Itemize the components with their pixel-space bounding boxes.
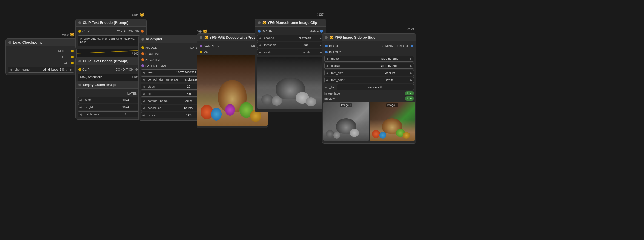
channel-control[interactable]: ◀ channel greyscale ▶ — [257, 35, 324, 41]
image-label-toggle[interactable]: true — [405, 91, 414, 95]
node-status-dot — [8, 41, 11, 44]
preview-toggle[interactable]: true — [405, 96, 414, 101]
port-latent-in: latent_image — [141, 64, 170, 67]
node-title-clip-negative: CLIP Text Encode (Prompt) — [83, 59, 128, 63]
batch-value: 1 — [113, 113, 139, 116]
combined-out-dot — [411, 45, 413, 47]
node-emoji: 🐱 — [70, 33, 74, 37]
port-vae-out: VAE — [63, 61, 74, 65]
cfg-left-arrow[interactable]: ◀ — [141, 92, 146, 95]
control-left-arrow[interactable]: ◀ — [141, 78, 146, 81]
port-image-in-mono: image — [258, 30, 272, 33]
font-size-left-arrow[interactable]: ◀ — [325, 72, 330, 75]
image-in-mono-dot — [258, 30, 261, 33]
field-row-threshold: ◀ threshold 200 ▶ — [255, 41, 326, 48]
field-row-sbs-mode: ◀ mode Side-by-Side ▶ — [322, 55, 416, 62]
node-load-checkpoint: #100 🐱 Load Checkpoint MODEL CLIP — [5, 38, 77, 75]
port-row-clip-in: clip CONDITIONING — [76, 28, 146, 34]
seed-left-arrow[interactable]: ◀ — [141, 71, 146, 74]
port-model-out: MODEL — [58, 49, 74, 53]
node-id-127: #127 — [317, 13, 324, 16]
image-out-mono-label: IMAGE — [308, 30, 319, 33]
node-id-129-label: #129 — [407, 28, 414, 31]
node-header-clip-positive: CLIP Text Encode (Prompt) — [76, 19, 146, 27]
latent-out-label: LATENT — [127, 92, 139, 95]
node-header-side-by-side: 🐱 YFG Image Side by Side — [322, 34, 416, 41]
sbs-mode-label: mode — [330, 57, 371, 60]
node-id-101: #101 🐱 — [132, 13, 144, 17]
ckpt-right-arrow[interactable]: ▶ — [69, 68, 74, 71]
image2-in-dot — [325, 51, 328, 53]
node-id-label: #100 — [62, 33, 69, 36]
node-id-103-label: #103 — [132, 76, 139, 79]
field-row-sbs-display: ◀ display Side-by-Side ▶ — [322, 62, 416, 69]
field-row-mode: ◀ mode truncate ▶ — [255, 48, 326, 56]
ckpt-left-arrow[interactable]: ◀ — [8, 68, 13, 71]
field-row-font-color: ◀ font_color White ▶ — [322, 76, 416, 84]
positive-in-dot — [141, 52, 144, 55]
port-image2-in: image2 — [325, 50, 341, 54]
width-value: 1024 — [113, 98, 139, 102]
latent-in-dot — [141, 64, 144, 67]
image-label-field-label: image_label — [324, 92, 340, 95]
font-file-control[interactable]: micross.ttf — [337, 84, 414, 90]
negative-in-dot — [141, 58, 144, 61]
channel-value: greyscale — [292, 36, 318, 39]
threshold-left-arrow[interactable]: ◀ — [257, 44, 262, 47]
node-body-side-by-side: image1 Combined Image image2 ◀ mode Sid — [322, 41, 416, 143]
height-control[interactable]: ◀ height 1024 ▶ — [78, 104, 144, 110]
vae-port-label: VAE — [63, 61, 70, 65]
ckpt-name-control[interactable]: ◀ ckpt_name sd_xl_base_1.0.safetensors ▶ — [8, 67, 74, 73]
port-row-model: MODEL — [6, 48, 76, 54]
node-body-load-checkpoint: MODEL CLIP VAE ◀ — [6, 46, 76, 75]
port-clip-in: clip — [78, 30, 90, 33]
clip-port-label: CLIP — [62, 55, 70, 59]
side-img-1-label: Image 1 — [340, 103, 352, 107]
sbs-display-left-arrow[interactable]: ◀ — [325, 64, 330, 67]
channel-left-arrow[interactable]: ◀ — [257, 36, 262, 39]
sbs-display-right-arrow[interactable]: ▶ — [409, 64, 414, 67]
positive-prompt-text[interactable]: A really cute cat in a room full of fuzz… — [78, 35, 144, 46]
sbs-mode-right-arrow[interactable]: ▶ — [409, 57, 414, 60]
batch-left-arrow[interactable]: ◀ — [78, 113, 83, 116]
sbs-mode-left-arrow[interactable]: ◀ — [325, 57, 330, 60]
denoise-left-arrow[interactable]: ◀ — [141, 114, 146, 117]
conditioning-out-label: CONDITIONING — [116, 30, 139, 33]
font-size-control[interactable]: ◀ font_size Medium ▶ — [324, 70, 414, 76]
width-left-arrow[interactable]: ◀ — [78, 99, 83, 102]
node-title: Load Checkpoint — [13, 40, 42, 44]
samples-in-label: samples — [204, 44, 219, 48]
mono-clip-preview — [257, 57, 324, 109]
sbs-mode-control[interactable]: ◀ mode Side-by-Side ▶ — [324, 56, 414, 62]
field-row-image-label-toggle: image_label true — [322, 91, 416, 96]
font-color-control[interactable]: ◀ font_color White ▶ — [324, 77, 414, 83]
font-size-right-arrow[interactable]: ▶ — [409, 72, 414, 75]
scheduler-left-arrow[interactable]: ◀ — [141, 107, 146, 110]
image2-in-label: image2 — [329, 50, 341, 54]
port-row-image2-in: image2 — [322, 49, 416, 55]
node-id-101-label: #101 — [132, 13, 139, 17]
height-value: 1024 — [113, 105, 139, 109]
width-control[interactable]: ◀ width 1024 ▶ — [78, 97, 144, 103]
port-row-clip-in-neg: clip CONDITIONING — [76, 67, 146, 73]
node-title-side-by-side: 🐱 YFG Image Side by Side — [329, 35, 375, 39]
font-color-right-arrow[interactable]: ▶ — [409, 79, 414, 82]
field-row-ckpt: ◀ ckpt_name sd_xl_base_1.0.safetensors ▶ — [6, 66, 76, 73]
sbs-display-control[interactable]: ◀ display Side-by-Side ▶ — [324, 63, 414, 69]
node-title-vae-decode: 🐱 YFG VAE Decode with Preview — [204, 35, 261, 39]
batch-control[interactable]: ◀ batch_size 1 ▶ — [78, 111, 144, 117]
threshold-control[interactable]: ◀ threshold 200 ▶ — [257, 42, 324, 48]
clip-in-dot — [78, 30, 81, 33]
font-color-left-arrow[interactable]: ◀ — [325, 79, 330, 82]
node-101-emoji: 🐱 — [140, 13, 144, 17]
node-title-empty-latent: Empty Latent Image — [83, 83, 117, 87]
conditioning-neg-label: CONDITIONING — [116, 68, 139, 71]
mode-left-arrow[interactable]: ◀ — [257, 51, 262, 54]
sampler-left-arrow[interactable]: ◀ — [141, 99, 146, 102]
mode-control[interactable]: ◀ mode truncate ▶ — [257, 49, 324, 55]
steps-left-arrow[interactable]: ◀ — [141, 85, 146, 88]
node-id-99-label: #99 — [197, 30, 202, 33]
width-label: width — [83, 98, 113, 102]
model-in-dot — [141, 46, 144, 49]
height-left-arrow[interactable]: ◀ — [78, 106, 83, 109]
